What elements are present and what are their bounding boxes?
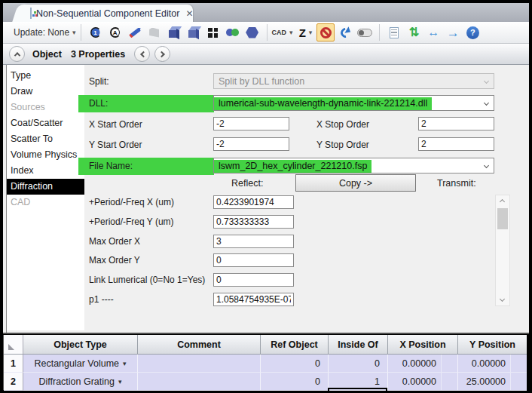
- scrollbar-thumb[interactable]: [497, 208, 508, 229]
- y-position-cell[interactable]: 25.00000: [458, 373, 527, 391]
- editor-toolbar: Update: None ▾ 1 A: [3, 22, 529, 44]
- list-view-button[interactable]: [385, 23, 403, 41]
- row-number[interactable]: 1: [4, 355, 23, 373]
- comment-cell[interactable]: [138, 373, 261, 391]
- z-dropdown[interactable]: Z ▾: [299, 26, 313, 39]
- cube-icon: [168, 26, 180, 38]
- update-once-button[interactable]: 1: [87, 23, 105, 41]
- edit-object-button-disabled: [145, 23, 164, 41]
- header-ref-object[interactable]: Ref Object: [261, 335, 329, 354]
- param-max-order-y-input[interactable]: [213, 253, 294, 267]
- dll-dropdown[interactable]: lumerical-sub-wavelength-dynamic-link-22…: [213, 95, 494, 111]
- editor-tab-icon: [30, 8, 32, 19]
- param-period-x-label: +Period/-Freq X (um): [89, 197, 174, 207]
- x-position-cell[interactable]: 0.00000: [388, 373, 458, 391]
- non-sequential-component-editor-window: Non-Sequential Component Editor ✕ Update…: [0, 0, 532, 393]
- header-y-position[interactable]: Y Position: [458, 335, 527, 354]
- param-max-order-x-input[interactable]: [213, 235, 294, 248]
- x-stop-order-input[interactable]: [418, 117, 494, 130]
- chevron-down-icon: ▾: [72, 29, 76, 36]
- chevron-down-icon: [484, 78, 489, 84]
- sidebar-item-type[interactable]: Type: [7, 68, 84, 84]
- go-to-button[interactable]: →: [444, 23, 462, 41]
- update-all-button[interactable]: A: [106, 23, 124, 41]
- param-period-x-input[interactable]: [213, 195, 294, 209]
- scroll-down-icon[interactable]: [500, 296, 505, 302]
- cad-label: CAD: [272, 29, 287, 36]
- row-number[interactable]: 2: [4, 373, 23, 391]
- rotate-view-button[interactable]: [336, 23, 354, 41]
- object-type-cell[interactable]: Diffraction Grating ▾: [23, 373, 138, 391]
- header-x-position[interactable]: X Position: [388, 335, 458, 354]
- sidebar-item-index[interactable]: Index: [7, 163, 84, 179]
- x-stop-order-label: X Stop Order: [316, 119, 369, 130]
- corner-cell[interactable]: [4, 335, 23, 354]
- chevron-down-icon[interactable]: ▾: [123, 360, 127, 367]
- chevron-down-icon[interactable]: ▾: [118, 378, 122, 385]
- expand-columns-button[interactable]: ↔: [424, 23, 442, 41]
- object-type-value: Diffraction Grating: [38, 376, 115, 387]
- header-object-type[interactable]: Object Type: [23, 335, 138, 354]
- swap-rows-button[interactable]: ⇅: [405, 23, 423, 41]
- list-icon: [390, 27, 399, 38]
- collapse-properties-button[interactable]: [9, 46, 25, 62]
- object-type-cell[interactable]: Rectangular Volume ▾: [23, 355, 138, 373]
- update-mode-label: Update: None: [14, 27, 69, 38]
- sketch-tool-button[interactable]: [126, 23, 144, 41]
- file-name-label: File Name:: [89, 161, 133, 171]
- selected-cell-outline[interactable]: [328, 388, 387, 393]
- insert-object-button[interactable]: [165, 23, 183, 41]
- update-mode-dropdown[interactable]: Update: None ▾: [14, 27, 76, 38]
- param-link-lumerical-input[interactable]: [213, 273, 294, 287]
- polygon-object-button[interactable]: [243, 23, 261, 41]
- param-max-order-y-label: Max Order Y: [89, 255, 140, 266]
- param-p1-input[interactable]: [213, 293, 294, 306]
- y-start-order-input[interactable]: [213, 137, 289, 151]
- y-position-value: 25.00000: [466, 376, 506, 387]
- header-inside-of[interactable]: Inside Of: [329, 335, 388, 354]
- dll-label: DLL:: [89, 98, 108, 109]
- x-position-value: 0.00000: [402, 376, 436, 387]
- toggle-switch-button[interactable]: [356, 23, 374, 41]
- comment-cell[interactable]: [138, 355, 261, 373]
- x-position-cell[interactable]: 0.00000: [388, 355, 458, 373]
- ref-object-cell[interactable]: 0: [261, 373, 329, 391]
- no-entry-toggle-button[interactable]: [316, 23, 335, 41]
- badge-one-icon: 1: [91, 29, 99, 37]
- grid-view-button[interactable]: [204, 23, 222, 41]
- param-max-order-x-label: Max Order X: [89, 236, 140, 247]
- previous-object-button[interactable]: [134, 46, 150, 62]
- file-name-dropdown[interactable]: lswm_2D_hex_cylinder_221210.fsp: [213, 158, 494, 173]
- tab-close-icon[interactable]: ✕: [185, 8, 193, 19]
- sidebar-item-volume-physics[interactable]: Volume Physics: [7, 147, 84, 163]
- scroll-up-icon[interactable]: [500, 199, 505, 204]
- x-start-order-input[interactable]: [213, 117, 289, 130]
- tab-non-sequential-component-editor[interactable]: Non-Sequential Component Editor ✕: [23, 5, 193, 22]
- y-stop-order-input[interactable]: [418, 137, 494, 151]
- help-icon: ?: [466, 26, 479, 39]
- sidebar-item-diffraction[interactable]: Diffraction: [7, 179, 84, 195]
- chevron-up-icon: [14, 52, 20, 58]
- tab-title: Non-Sequential Component Editor: [36, 8, 179, 19]
- next-object-button[interactable]: [154, 46, 170, 62]
- header-comment[interactable]: Comment: [138, 335, 261, 354]
- table-row: 1 Rectangular Volume ▾ 0 0 0.00000 0.000…: [4, 355, 527, 373]
- z-label: Z: [299, 26, 306, 39]
- cad-dropdown[interactable]: CAD ▾: [272, 29, 293, 36]
- inside-of-cell[interactable]: 0: [329, 355, 388, 373]
- cube-copy-icon: [188, 26, 200, 38]
- copy-object-button[interactable]: [185, 23, 203, 41]
- ref-object-cell[interactable]: 0: [261, 355, 329, 373]
- cell-spacer: [510, 373, 527, 390]
- sidebar-item-scatter-to[interactable]: Scatter To: [7, 131, 84, 147]
- sidebar-item-draw[interactable]: Draw: [7, 84, 84, 100]
- vertical-scrollbar[interactable]: [495, 195, 510, 306]
- file-name-value: lswm_2D_hex_cylinder_221210.fsp: [214, 160, 371, 173]
- help-button[interactable]: ?: [463, 23, 482, 41]
- y-position-cell[interactable]: 0.00000: [458, 355, 527, 373]
- detectors-button[interactable]: [224, 23, 242, 41]
- copy-button[interactable]: Copy ->: [295, 174, 416, 192]
- sidebar-item-coat-scatter[interactable]: Coat/Scatter: [7, 115, 84, 131]
- grid-icon: [208, 28, 218, 38]
- param-period-y-input[interactable]: [213, 215, 294, 229]
